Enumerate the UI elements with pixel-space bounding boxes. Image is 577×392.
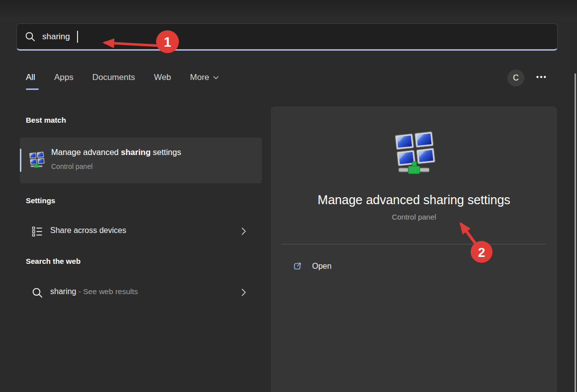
search-icon: [25, 31, 35, 42]
web-suffix-text: - See web results: [76, 287, 138, 296]
tab-all-label: All: [26, 73, 35, 82]
avatar-initial: C: [513, 74, 519, 82]
settings-item-share-across-devices[interactable]: Share across devices: [20, 218, 262, 245]
tab-apps-label: Apps: [54, 73, 74, 82]
search-the-web-heading: Search the web: [26, 257, 81, 265]
preview-panel: Manage advanced sharing settings Control…: [271, 106, 557, 392]
settings-item-label: Share across devices: [50, 226, 126, 235]
web-result-label: sharing - See web results: [50, 287, 138, 296]
scrollbar[interactable]: [575, 74, 576, 392]
preview-title: Manage advanced sharing settings: [271, 193, 557, 207]
tab-apps[interactable]: Apps: [54, 73, 74, 90]
chevron-right-icon: [242, 289, 246, 296]
selection-indicator-bar: [20, 149, 21, 172]
search-filter-tabs: All Apps Documents Web More: [26, 73, 219, 90]
text-caret: [77, 31, 78, 43]
tab-documents[interactable]: Documents: [92, 73, 135, 90]
preview-subtitle: Control panel: [271, 213, 557, 221]
search-input[interactable]: sharing: [16, 23, 558, 51]
chevron-down-icon: [213, 76, 219, 79]
settings-heading: Settings: [26, 196, 55, 205]
network-sharing-icon-large: [391, 131, 437, 177]
open-external-icon: [292, 261, 303, 272]
result-title-post: settings: [151, 148, 181, 157]
tab-documents-label: Documents: [92, 73, 135, 82]
web-query-text: sharing: [50, 287, 76, 296]
open-label: Open: [312, 262, 331, 271]
chevron-right-icon: [242, 228, 246, 235]
network-sharing-icon: [28, 152, 45, 169]
share-across-devices-icon: [32, 226, 43, 237]
tab-web[interactable]: Web: [154, 73, 171, 90]
tab-more-label: More: [190, 73, 209, 82]
account-avatar[interactable]: C: [507, 70, 524, 86]
window-top-shade: [0, 0, 577, 18]
result-title-highlight: sharing: [121, 148, 151, 157]
search-query-text: sharing: [42, 32, 70, 42]
best-match-heading: Best match: [26, 116, 66, 124]
divider: [281, 244, 546, 244]
open-action[interactable]: Open: [292, 261, 331, 272]
best-match-result[interactable]: Manage advanced sharing settings Control…: [20, 138, 262, 183]
selected-tab-underline: [26, 88, 39, 90]
tab-more[interactable]: More: [190, 73, 219, 90]
tab-web-label: Web: [154, 73, 171, 82]
result-title: Manage advanced sharing settings: [51, 148, 181, 157]
result-title-pre: Manage advanced: [51, 148, 121, 157]
more-options-button[interactable]: •••: [536, 73, 547, 81]
result-subtitle: Control panel: [51, 162, 92, 170]
search-icon: [32, 287, 43, 298]
tab-all[interactable]: All: [26, 73, 35, 90]
web-result-item[interactable]: sharing - See web results: [20, 279, 262, 306]
